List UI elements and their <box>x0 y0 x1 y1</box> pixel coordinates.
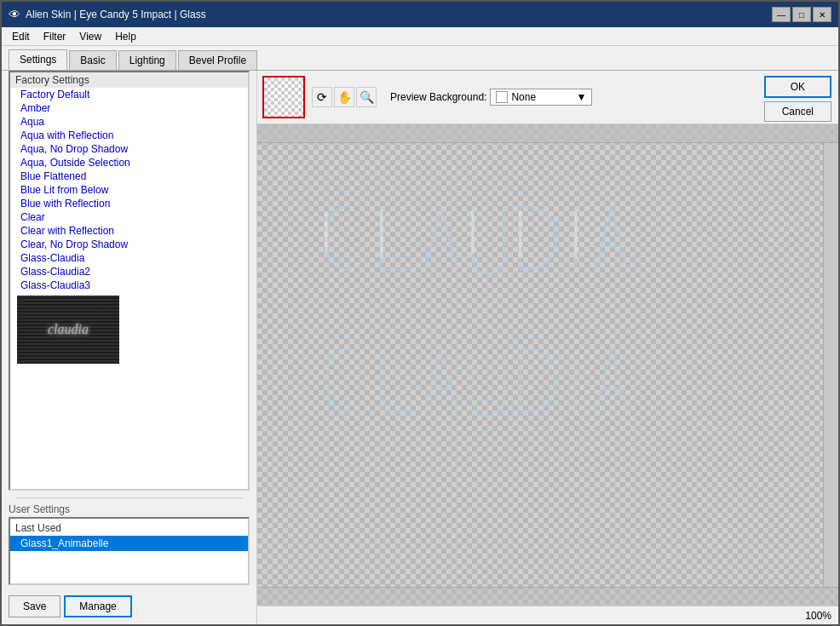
settings-list-wrapper: Factory Settings Factory Default Amber A… <box>2 71 256 491</box>
last-used-label: Last Used <box>10 520 248 536</box>
list-item-amber[interactable]: Amber <box>10 101 248 115</box>
zoom-level: 100% <box>805 610 831 622</box>
tab-lighting[interactable]: Lighting <box>118 50 176 70</box>
tab-basic[interactable]: Basic <box>69 50 116 70</box>
zoom-icon[interactable]: 🔍 <box>356 87 377 107</box>
title-bar: 👁 Alien Skin | Eye Candy 5 Impact | Glas… <box>2 2 838 27</box>
svg-rect-1 <box>380 210 383 258</box>
user-settings-section: User Settings Last Used Glass1_Animabell… <box>2 491 256 589</box>
list-item-aqua-outside[interactable]: Aqua, Outside Selection <box>10 156 248 169</box>
bottom-buttons: Save Manage <box>2 589 256 624</box>
hand-icon[interactable]: ✋ <box>334 87 354 107</box>
main-content: Factory Settings Factory Default Amber A… <box>2 71 838 624</box>
right-panel: ⟳ ✋ 🔍 Preview Background: None ▼ OK Canc… <box>257 71 838 624</box>
app-icon: 👁 <box>9 8 20 21</box>
tabs-bar: Settings Basic Lighting Bevel Profile <box>2 46 838 71</box>
user-list-item-glass1[interactable]: Glass1_Animabelle <box>10 536 248 551</box>
main-window: 👁 Alien Skin | Eye Candy 5 Impact | Glas… <box>0 0 840 626</box>
preview-thumbnail[interactable] <box>262 76 305 118</box>
list-item-glass-claudia[interactable]: Glass-Claudia <box>10 251 248 265</box>
glass-letters-svg <box>257 143 823 587</box>
preview-bottom-bar <box>257 587 838 606</box>
dropdown-arrow-icon: ▼ <box>577 91 587 103</box>
right-top-controls: ⟳ ✋ 🔍 Preview Background: None ▼ OK Canc… <box>257 71 838 124</box>
save-button[interactable]: Save <box>9 595 60 617</box>
left-panel: Factory Settings Factory Default Amber A… <box>2 71 257 624</box>
minimize-button[interactable]: — <box>772 7 791 22</box>
factory-settings-label: Factory Settings <box>10 72 248 88</box>
cancel-button[interactable]: Cancel <box>764 101 831 122</box>
preview-scrollbar <box>823 143 838 587</box>
preview-bg-label: Preview Background: <box>390 91 486 103</box>
svg-rect-2 <box>471 210 475 254</box>
list-item-aqua-reflection[interactable]: Aqua with Reflection <box>10 129 248 142</box>
title-bar-controls: — □ ✕ <box>772 7 831 22</box>
list-item-blue-reflection[interactable]: Blue with Reflection <box>10 197 248 210</box>
list-item-glass-claudia3[interactable]: Glass-Claudia3 <box>10 279 248 292</box>
window-title: Alien Skin | Eye Candy 5 Impact | Glass <box>26 9 206 20</box>
status-bar: 100% <box>257 606 838 624</box>
manage-button[interactable]: Manage <box>64 595 131 617</box>
svg-rect-0 <box>325 213 328 253</box>
list-item-blue-flattened[interactable]: Blue Flattened <box>10 169 248 183</box>
refresh-icon[interactable]: ⟳ <box>312 87 332 107</box>
preview-bg-value: None <box>511 91 536 103</box>
tab-bevel-profile[interactable]: Bevel Profile <box>178 50 257 70</box>
tab-settings[interactable]: Settings <box>9 49 67 70</box>
menu-edit[interactable]: Edit <box>5 29 37 44</box>
list-item-clear[interactable]: Clear <box>10 210 248 224</box>
preview-top-bar <box>257 124 838 143</box>
glass-claudia-thumbnail: claudia <box>17 296 119 364</box>
ok-button[interactable]: OK <box>764 76 831 98</box>
settings-list[interactable]: Factory Settings Factory Default Amber A… <box>9 71 250 491</box>
menu-filter[interactable]: Filter <box>37 29 73 44</box>
maximize-button[interactable]: □ <box>792 7 811 22</box>
title-bar-left: 👁 Alien Skin | Eye Candy 5 Impact | Glas… <box>9 8 206 21</box>
svg-rect-3 <box>519 210 522 258</box>
toolbar-icons: ⟳ ✋ 🔍 <box>312 87 377 107</box>
svg-rect-4 <box>574 210 578 258</box>
preview-bg-select[interactable]: None ▼ <box>490 89 592 106</box>
preview-bg-swatch <box>496 91 508 103</box>
close-button[interactable]: ✕ <box>813 7 831 22</box>
ok-cancel-buttons: OK Cancel <box>764 76 831 122</box>
menu-view[interactable]: View <box>72 29 108 44</box>
list-item-aqua[interactable]: Aqua <box>10 115 248 129</box>
list-item-blue-lit[interactable]: Blue Lit from Below <box>10 183 248 197</box>
list-item-factory-default[interactable]: Factory Default <box>10 88 248 101</box>
user-settings-label: User Settings <box>9 503 250 515</box>
preview-area <box>257 124 838 606</box>
list-item-glass-claudia2[interactable]: Glass-Claudia2 <box>10 265 248 279</box>
list-item-clear-reflection[interactable]: Clear with Reflection <box>10 224 248 238</box>
list-item-clear-no-drop[interactable]: Clear, No Drop Shadow <box>10 238 248 251</box>
menu-bar: Edit Filter View Help <box>2 27 838 46</box>
divider <box>15 497 243 498</box>
menu-help[interactable]: Help <box>108 29 143 44</box>
user-list-box[interactable]: Last Used Glass1_Animabelle <box>9 517 250 585</box>
list-item-aqua-no-drop[interactable]: Aqua, No Drop Shadow <box>10 142 248 156</box>
